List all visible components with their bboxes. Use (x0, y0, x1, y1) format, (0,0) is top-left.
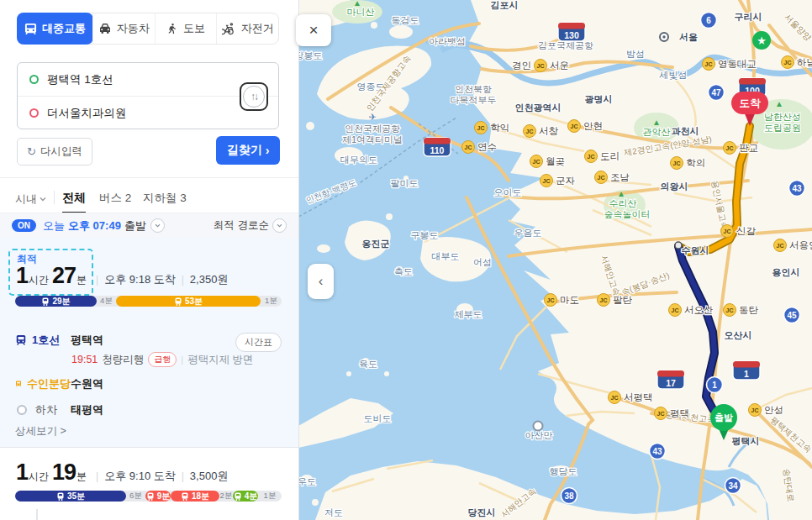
departure-dropdown[interactable] (150, 218, 165, 233)
filter-tab-bus[interactable]: 버스 2 (99, 191, 131, 206)
asanman-marker (534, 422, 543, 431)
svg-text:JC: JC (588, 154, 595, 160)
svg-text:110: 110 (430, 145, 445, 155)
map-label: 행담도 (550, 466, 577, 476)
map-label: 구봉도 (411, 230, 439, 240)
on-badge[interactable]: ON (12, 219, 36, 232)
map-label: 저도 (324, 507, 343, 517)
duration-minutes: 19 (52, 460, 76, 486)
filter-tab-all[interactable]: 전체 (62, 191, 86, 213)
expressway-shield: 130 (558, 23, 585, 41)
route-card-best[interactable]: 최적 1 시간 27 분 | 오후 9:18 도착 | 2,350원 29분4분… (0, 238, 298, 447)
line-name: 1호선 (32, 333, 60, 348)
map-label: 옹진군 (362, 239, 390, 249)
duration-minutes-unit: 분 (76, 470, 87, 484)
swap-button[interactable]: ↑↓ (240, 82, 268, 111)
destination-value: 더서울치과의원 (47, 106, 127, 121)
departure-suffix: 출발 (124, 218, 146, 234)
departure-time: 오후 07:49 (68, 218, 121, 234)
national-route-shield: 1 (707, 377, 723, 393)
map-label: ▲ (353, 0, 361, 8)
map-label: 팔미도 (391, 178, 419, 188)
map-label: 김포국제공항 (538, 40, 593, 50)
svg-text:JC: JC (571, 123, 578, 129)
filter-tab-subway[interactable]: 지하철 3 (143, 191, 187, 206)
svg-text:JC: JC (657, 411, 665, 417)
directions-panel: 대중교통 자동차 도보 자전거 평택역 1호선 더서울치과의원 (0, 0, 299, 520)
separator: | (181, 355, 183, 365)
svg-text:월곶: 월곶 (546, 156, 565, 166)
duration-hours: 1 (16, 263, 28, 289)
svg-text:43: 43 (792, 184, 802, 193)
leg-row-line1: 1호선 평택역 (15, 333, 103, 348)
map-label: 아라뱃섬 (429, 36, 466, 46)
svg-text:1: 1 (712, 381, 717, 390)
junction-badge: 경인JC서운 (512, 60, 569, 72)
timetable-button[interactable]: 시간표 (235, 333, 282, 352)
map-label: 서울 (679, 32, 698, 42)
map-label: 오이도 (494, 187, 522, 197)
sort-label: 최적 경로순 (214, 218, 269, 233)
junction-badge: JC평택 (655, 407, 690, 420)
map-label: ▲ (775, 99, 783, 108)
map-label: ✈ (368, 112, 376, 122)
svg-text:학익: 학익 (490, 123, 509, 133)
alight-label: 하차 (35, 402, 57, 418)
sort-dropdown[interactable]: 최적 경로순 (214, 218, 287, 233)
map-label: 아산만 (525, 430, 553, 440)
junction-badge: JC서평택 (609, 391, 653, 404)
svg-text:★: ★ (757, 34, 767, 47)
svg-text:1: 1 (744, 369, 749, 379)
svg-text:조남: 조남 (610, 172, 630, 182)
map-label: 구리시 (735, 12, 762, 22)
junction-badge: JC안성 (749, 404, 784, 417)
svg-text:34: 34 (728, 481, 738, 491)
map-label: 마니산 (347, 7, 375, 17)
svg-text:JC: JC (672, 307, 679, 313)
map-label: 장봉도 (298, 50, 323, 60)
map-label: 숲속놀이터 (604, 209, 651, 219)
fare: 2,350원 (190, 272, 229, 287)
svg-text:47: 47 (711, 88, 721, 97)
tab-car[interactable]: 자동차 (92, 13, 155, 44)
svg-text:도착: 도착 (740, 97, 762, 109)
svg-text:하남: 하남 (797, 57, 812, 67)
route-card-2[interactable]: 1 시간 19 분 | 오후 9:10 도착 | 3,500원 35분6분9분1… (0, 447, 298, 520)
map-canvas[interactable]: 김포시구리시서울인천광역시광명시과천시의왕시수원시용인시오산시평택시당진시옹진군… (298, 0, 812, 520)
map-label: 수원시 (682, 245, 709, 255)
star-marker[interactable]: ★ (752, 31, 771, 50)
map-label: 의왕시 (661, 181, 688, 192)
duration-minutes: 27 (52, 263, 76, 289)
walk-segment: 1분 (258, 491, 282, 502)
map-close-button[interactable]: × (296, 14, 331, 46)
junction-badge: JC연수 (462, 141, 498, 154)
panel-collapse-button[interactable]: ‹ (308, 264, 334, 299)
route-duration: 1 시간 19 분 | 오후 9:10 도착 | 3,500원 (16, 460, 228, 486)
map-label: 인천북항 (455, 84, 492, 94)
map-label: 대부도 (432, 251, 460, 261)
tab-bike-label: 자전거 (241, 21, 274, 36)
junction-badge: JC신갈 (721, 225, 757, 238)
svg-text:영동대교: 영동대교 (718, 59, 757, 69)
swap-arrows-icon: ↑↓ (243, 86, 265, 108)
departure-time-row: ON 오늘 오후 07:49 출발 최적 경로순 (0, 213, 298, 238)
tab-bike[interactable]: 자전거 (216, 13, 278, 44)
svg-text:43: 43 (652, 447, 662, 456)
transit-segment: 9분 (145, 491, 171, 502)
national-route-shield: 38 (562, 488, 577, 504)
svg-text:17: 17 (666, 378, 676, 388)
svg-text:JC: JC (465, 144, 472, 150)
chevron-down-icon (40, 197, 46, 202)
svg-text:신갈: 신갈 (736, 226, 757, 236)
map-label: 동검도 (392, 15, 419, 25)
region-dropdown[interactable]: 시내 (15, 192, 46, 207)
route-input-box: 평택역 1호선 더서울치과의원 ↑↓ (17, 62, 279, 129)
find-route-button[interactable]: 길찾기 › (216, 136, 280, 165)
svg-text:마도: 마도 (560, 295, 579, 305)
route-detail-link[interactable]: 상세보기 > (15, 424, 66, 439)
reset-button[interactable]: ↻ 다시입력 (17, 138, 92, 165)
train-icon (15, 334, 27, 346)
tab-transit[interactable]: 대중교통 (17, 13, 93, 45)
tab-walk[interactable]: 도보 (155, 13, 217, 44)
svg-text:팔탄: 팔탄 (613, 295, 633, 305)
